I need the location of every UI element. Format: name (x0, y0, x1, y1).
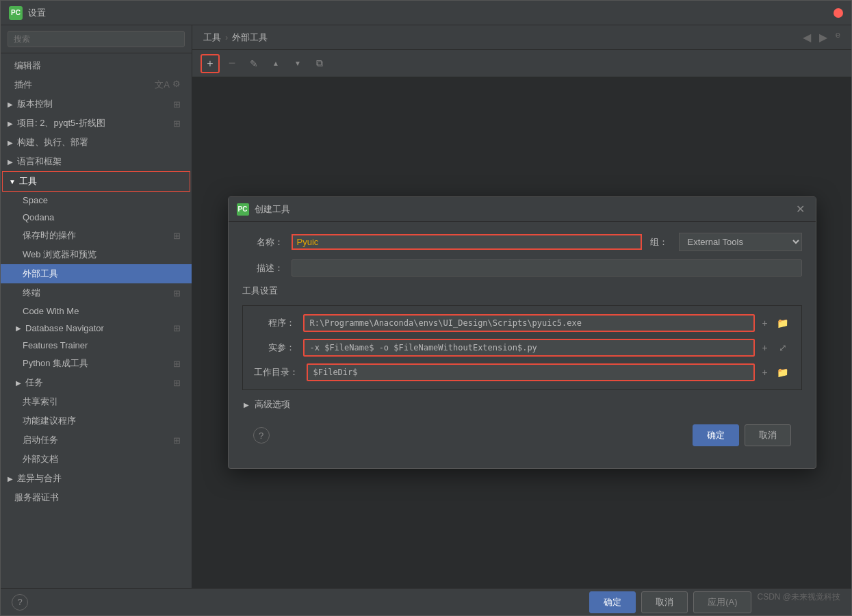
sidebar-item-server-cert[interactable]: 服务器证书 (1, 488, 192, 507)
dialog-title-bar: PC 创建工具 ✕ (229, 197, 816, 222)
sidebar-item-code-with-me[interactable]: Code With Me (1, 303, 192, 320)
dialog-cancel-button[interactable]: 取消 (745, 424, 791, 446)
sidebar-group-lang[interactable]: ▶ 语言和框架 (1, 152, 192, 171)
args-label: 实参： (254, 342, 295, 354)
add-button[interactable]: + (201, 54, 220, 73)
desc-label: 描述： (242, 262, 283, 274)
down-button[interactable]: ▼ (288, 54, 307, 73)
bottom-help-button[interactable]: ? (12, 594, 28, 611)
name-input[interactable] (297, 237, 636, 247)
sidebar-group-vcs[interactable]: ▶ 版本控制 ⊞ (1, 94, 192, 114)
dialog-ok-button[interactable]: 确定 (693, 424, 739, 446)
startup-tasks-icon: ⊞ (173, 435, 181, 446)
forward-arrow[interactable]: ▶ (816, 29, 830, 45)
desc-input[interactable] (292, 259, 802, 277)
name-label: 名称： (242, 236, 283, 248)
code-with-me-label: Code With Me (23, 306, 79, 316)
external-docs-label: 外部文档 (23, 453, 58, 465)
workdir-folder-btn[interactable]: 📁 (775, 365, 790, 380)
chevron-right-icon-6: ▶ (14, 378, 23, 387)
bottom-cancel-button[interactable]: 取消 (641, 591, 688, 613)
sidebar-group-build[interactable]: ▶ 构建、执行、部署 (1, 133, 192, 152)
sidebar-item-external-docs[interactable]: 外部文档 (1, 450, 192, 469)
title-bar: PC 设置 (1, 1, 851, 25)
window-title: 设置 (28, 7, 46, 19)
plugins-label: 插件 (14, 79, 32, 91)
sidebar: 编辑器 插件 文A ⚙ ▶ 版本控制 ⊞ ▶ 项目: 2、pyqt5-折线图 (1, 25, 192, 588)
sidebar-group-diff-merge[interactable]: ▶ 差异与合并 (1, 469, 192, 488)
chevron-right-icon-4: ▶ (6, 157, 14, 166)
external-icon: e (836, 29, 840, 45)
advanced-section[interactable]: ▶ 高级选项 (242, 398, 802, 411)
sidebar-item-plugins[interactable]: 插件 文A ⚙ (1, 75, 192, 94)
terminal-label: 终端 (23, 287, 40, 299)
dialog-icon: PC (237, 203, 249, 216)
bottom-apply-button[interactable]: 应用(A) (693, 591, 751, 613)
edit-button[interactable]: ✎ (244, 54, 263, 73)
startup-tasks-label: 启动任务 (23, 434, 58, 446)
remove-button[interactable]: − (222, 54, 242, 73)
back-arrow[interactable]: ◀ (800, 29, 814, 45)
breadcrumb-current: 外部工具 (232, 31, 268, 44)
sidebar-item-python-tools[interactable]: Python 集成工具 ⊞ (1, 354, 192, 373)
sidebar-group-tasks[interactable]: ▶ 任务 ⊞ (1, 373, 192, 392)
panel-area: PC 创建工具 ✕ 名称： (192, 77, 851, 588)
sidebar-group-db-nav[interactable]: ▶ Database Navigator ⊞ (1, 320, 192, 337)
sidebar-group-project[interactable]: ▶ 项目: 2、pyqt5-折线图 ⊞ (1, 114, 192, 133)
space-label: Space (23, 195, 48, 205)
sidebar-item-startup-tasks[interactable]: 启动任务 ⊞ (1, 431, 192, 450)
close-button[interactable] (834, 8, 843, 18)
save-actions-icon: ⊞ (173, 231, 181, 241)
breadcrumb-bar: 工具 › 外部工具 ◀ ▶ e (192, 25, 851, 50)
translate-icon: 文A (155, 79, 170, 91)
sidebar-item-shared-index[interactable]: 共享索引 (1, 392, 192, 411)
program-plus-btn[interactable]: + (758, 316, 773, 331)
window-controls (834, 8, 843, 18)
chevron-right-icon-2: ▶ (6, 119, 14, 127)
bottom-bar: ? 确定 取消 应用(A) CSDN @未来视觉科技 (1, 588, 851, 615)
help-button[interactable]: ? (253, 427, 270, 444)
terminal-icon: ⊞ (173, 288, 181, 298)
sidebar-item-editor[interactable]: 编辑器 (1, 56, 192, 75)
workdir-input[interactable] (307, 363, 755, 381)
chevron-right-icon-3: ▶ (6, 138, 14, 146)
args-expand-btn[interactable]: ⤢ (775, 340, 790, 355)
sidebar-item-web-preview[interactable]: Web 浏览器和预览 (1, 245, 192, 264)
group-select[interactable]: External Tools (679, 233, 802, 251)
create-tool-dialog: PC 创建工具 ✕ 名称： (228, 196, 816, 469)
dialog-title: 创建工具 (255, 203, 788, 216)
args-input[interactable] (303, 339, 755, 357)
args-input-container: + ⤢ (303, 339, 790, 357)
copy-button[interactable]: ⧉ (310, 54, 329, 73)
sidebar-item-terminal[interactable]: 终端 ⊞ (1, 283, 192, 303)
tool-settings-panel: 程序： + 📁 实参： (242, 305, 802, 390)
suggestions-label: 功能建议程序 (23, 415, 76, 427)
args-row: 实参： + ⤢ (254, 339, 790, 357)
dialog-overlay: PC 创建工具 ✕ 名称： (192, 77, 851, 588)
sidebar-item-space[interactable]: Space (1, 192, 192, 209)
workdir-plus-btn[interactable]: + (758, 365, 773, 380)
program-input-container: + 📁 (303, 314, 790, 332)
diff-merge-label: 差异与合并 (17, 472, 62, 485)
program-input[interactable] (303, 314, 755, 332)
args-plus-btn[interactable]: + (758, 340, 773, 355)
chevron-down-icon: ▼ (8, 177, 16, 185)
sidebar-item-suggestions[interactable]: 功能建议程序 (1, 411, 192, 431)
python-tools-icon: ⊞ (173, 359, 181, 369)
up-button[interactable]: ▲ (266, 54, 285, 73)
bottom-ok-button[interactable]: 确定 (589, 591, 636, 613)
sidebar-group-tools[interactable]: ▼ 工具 (2, 171, 190, 192)
search-input[interactable] (8, 31, 185, 47)
sidebar-item-features-trainer[interactable]: Features Trainer (1, 337, 192, 354)
program-folder-btn[interactable]: 📁 (775, 316, 790, 331)
bottom-right: 确定 取消 应用(A) CSDN @未来视觉科技 (589, 591, 840, 613)
bottom-left: ? (12, 594, 28, 611)
build-label: 构建、执行、部署 (17, 136, 88, 149)
db-nav-label: Database Navigator (25, 323, 104, 333)
chevron-right-icon-5: ▶ (14, 324, 23, 333)
sidebar-item-qodana[interactable]: Qodana (1, 209, 192, 226)
sidebar-item-save-actions[interactable]: 保存时的操作 ⊞ (1, 226, 192, 245)
dialog-close-button[interactable]: ✕ (794, 203, 808, 216)
tasks-label: 任务 (25, 376, 43, 389)
sidebar-item-external-tools[interactable]: 外部工具 (1, 264, 192, 283)
